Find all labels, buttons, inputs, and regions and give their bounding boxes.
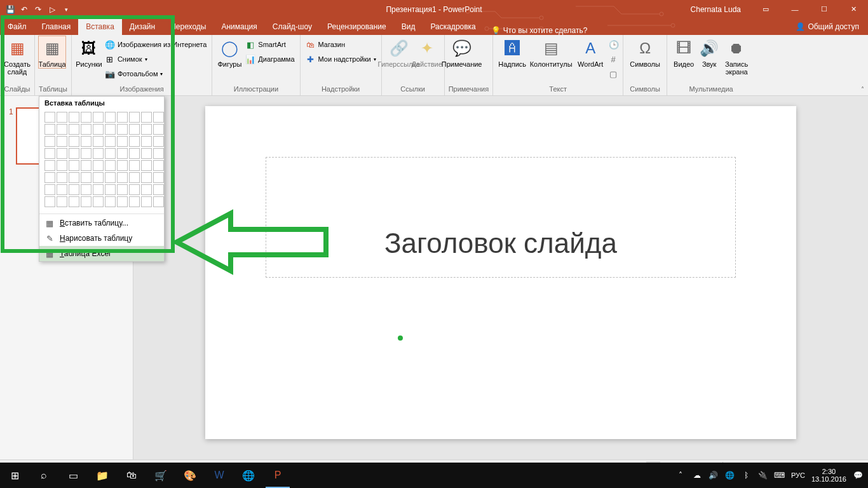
table-grid-cell[interactable] [105, 196, 116, 207]
table-grid-cell[interactable] [69, 124, 79, 135]
excel-spreadsheet-menu-item[interactable]: ▦ Таблица Excel [39, 246, 164, 261]
table-grid-cell[interactable] [93, 160, 104, 171]
table-grid-cell[interactable] [129, 196, 140, 207]
video-button[interactable]: 🎞 Видео [671, 36, 696, 68]
table-grid-cell[interactable] [44, 172, 55, 183]
table-grid-cell[interactable] [105, 136, 116, 147]
table-grid-cell[interactable] [141, 124, 152, 135]
my-addins-button[interactable]: ✚Мои надстройки▾ [304, 52, 377, 66]
clock[interactable]: 2:30 13.10.2016 [811, 468, 846, 483]
table-grid-cell[interactable] [93, 172, 104, 183]
table-grid-cell[interactable] [105, 112, 116, 123]
tell-me-search[interactable]: 💡 Что вы хотите сделать? [484, 26, 595, 35]
hyperlink-button[interactable]: 🔗 Гиперссылка [386, 36, 412, 68]
minimize-button[interactable]: — [780, 0, 810, 18]
table-grid-cell[interactable] [153, 124, 164, 135]
table-grid-cell[interactable] [44, 160, 55, 171]
collapse-ribbon-icon[interactable]: ˄ [861, 86, 864, 93]
table-grid-cell[interactable] [93, 184, 104, 195]
table-grid-cell[interactable] [69, 172, 79, 183]
redo-icon[interactable]: ↷ [33, 4, 43, 15]
maximize-button[interactable]: ☐ [810, 0, 839, 18]
table-grid-cell[interactable] [57, 184, 67, 195]
table-grid-cell[interactable] [117, 148, 128, 159]
slide-canvas[interactable]: Заголовок слайда [205, 106, 796, 439]
audio-button[interactable]: 🔊 Звук [698, 36, 721, 68]
table-grid-cell[interactable] [57, 112, 67, 123]
windows-store-icon[interactable]: 🛒 [146, 463, 175, 488]
table-grid-cell[interactable] [93, 136, 104, 147]
screenshot-button[interactable]: ⊞Снимок▾ [104, 52, 208, 66]
save-icon[interactable]: 💾 [5, 4, 15, 15]
table-grid-cell[interactable] [81, 184, 92, 195]
table-size-grid[interactable] [39, 109, 164, 212]
tab-animations[interactable]: Анимация [214, 18, 264, 35]
table-grid-cell[interactable] [105, 184, 116, 195]
task-view-icon[interactable]: ▭ [58, 463, 88, 488]
volume-tray-icon[interactable]: 🔊 [709, 470, 719, 480]
table-grid-cell[interactable] [117, 112, 128, 123]
tab-review[interactable]: Рецензирование [320, 18, 394, 35]
table-grid-cell[interactable] [105, 148, 116, 159]
powerpoint-taskbar-icon[interactable]: P [263, 463, 292, 488]
start-from-beginning-icon[interactable]: ▷ [47, 4, 57, 15]
chrome-taskbar-icon[interactable]: 🌐 [234, 463, 263, 488]
tab-slideshow[interactable]: Слайд-шоу [265, 18, 320, 35]
table-grid-cell[interactable] [44, 148, 55, 159]
table-grid-cell[interactable] [57, 124, 67, 135]
tab-file[interactable]: Файл [0, 18, 34, 35]
tab-storyboarding[interactable]: Раскадровка [423, 18, 483, 35]
tab-transitions[interactable]: Переходы [163, 18, 214, 35]
table-grid-cell[interactable] [69, 148, 79, 159]
tab-insert[interactable]: Вставка [78, 18, 122, 35]
date-time-button[interactable]: 🕒 [607, 37, 619, 51]
bluetooth-tray-icon[interactable]: ᛒ [742, 470, 752, 480]
table-grid-cell[interactable] [57, 196, 67, 207]
new-slide-button[interactable]: ▦ Создать слайд [4, 36, 31, 76]
table-grid-cell[interactable] [57, 172, 67, 183]
user-name[interactable]: Chernata Luda [691, 5, 751, 14]
table-grid-cell[interactable] [117, 160, 128, 171]
table-grid-cell[interactable] [81, 148, 92, 159]
table-grid-cell[interactable] [69, 112, 79, 123]
insert-table-menu-item[interactable]: ▦ Вставить таблицу... [39, 215, 164, 231]
close-button[interactable]: ✕ [839, 0, 868, 18]
table-grid-cell[interactable] [153, 184, 164, 195]
file-explorer-icon[interactable]: 📁 [88, 463, 117, 488]
table-grid-cell[interactable] [93, 112, 104, 123]
table-grid-cell[interactable] [105, 160, 116, 171]
action-button[interactable]: ✦ Действие [414, 36, 440, 68]
table-grid-cell[interactable] [57, 160, 67, 171]
ribbon-display-options-icon[interactable]: ▭ [751, 0, 780, 18]
word-taskbar-icon[interactable]: W [205, 463, 234, 488]
photo-album-button[interactable]: 📷Фотоальбом▾ [104, 67, 208, 81]
table-grid-cell[interactable] [93, 124, 104, 135]
table-grid-cell[interactable] [81, 160, 92, 171]
table-grid-cell[interactable] [117, 196, 128, 207]
network-tray-icon[interactable]: 🌐 [725, 470, 735, 480]
qat-customize-icon[interactable]: ▾ [61, 4, 71, 15]
tab-design[interactable]: Дизайн [122, 18, 163, 35]
comment-button[interactable]: 💬 Примечание [449, 36, 475, 68]
tray-chevron-icon[interactable]: ˄ [675, 470, 686, 480]
table-grid-cell[interactable] [44, 184, 55, 195]
table-grid-cell[interactable] [153, 112, 164, 123]
start-button[interactable]: ⊞ [0, 463, 29, 488]
table-grid-cell[interactable] [153, 172, 164, 183]
table-grid-cell[interactable] [69, 136, 79, 147]
table-grid-cell[interactable] [44, 196, 55, 207]
symbols-button[interactable]: Ω Символы [627, 36, 663, 68]
table-grid-cell[interactable] [57, 136, 67, 147]
table-grid-cell[interactable] [44, 124, 55, 135]
smartart-button[interactable]: ◧SmartArt [244, 37, 295, 51]
input-language[interactable]: РУС [791, 471, 805, 479]
table-grid-cell[interactable] [129, 112, 140, 123]
table-grid-cell[interactable] [153, 160, 164, 171]
table-grid-cell[interactable] [129, 160, 140, 171]
table-grid-cell[interactable] [105, 124, 116, 135]
table-grid-cell[interactable] [141, 184, 152, 195]
table-grid-cell[interactable] [141, 160, 152, 171]
power-tray-icon[interactable]: 🔌 [758, 470, 768, 480]
chart-button[interactable]: 📊Диаграмма [244, 52, 295, 66]
table-grid-cell[interactable] [129, 172, 140, 183]
